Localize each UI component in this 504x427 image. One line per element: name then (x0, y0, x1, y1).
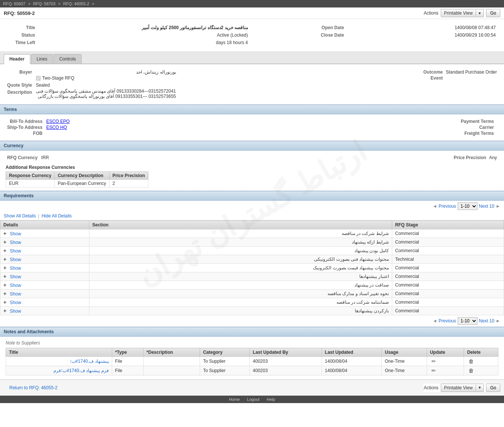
two-stage-checkbox[interactable] (36, 76, 41, 81)
footer-help-link[interactable]: Help (267, 397, 275, 402)
show-link[interactable]: Show (10, 240, 21, 245)
req-stage-cell: Commercial (392, 238, 504, 246)
note-title-link[interactable]: پیشنهاد ف.1740#ب؛ (70, 359, 109, 364)
show-link[interactable]: Show (10, 274, 21, 279)
expand-icon[interactable]: + (3, 239, 9, 245)
show-link[interactable]: Show (10, 248, 21, 254)
title-value: مناقصه خرید 2دستگاه ترانسفورماتور 2500 ک… (37, 24, 249, 31)
expand-icon[interactable]: + (3, 256, 9, 262)
req-pagination-top: ◄ Previous 1-10 Next 10 ► (0, 201, 504, 212)
printable-view-dropdown[interactable]: ▼ (476, 10, 483, 16)
notes-col-type: *Type (112, 348, 143, 356)
show-link[interactable]: Show (10, 309, 21, 314)
page-range-select[interactable]: 1-10 (458, 202, 477, 210)
currency-section-header: Currency (0, 141, 504, 151)
req-col-section: Section (89, 220, 392, 229)
note-delete-cell: 🗑 (464, 356, 498, 366)
update-button[interactable]: ✏ (430, 358, 437, 365)
expand-icon[interactable]: + (3, 265, 9, 271)
footer-home-link[interactable]: Home (229, 397, 240, 402)
bill-to-value[interactable]: ESCO EPO (46, 119, 70, 124)
time-left-value: 4 days 18 hours (37, 39, 249, 46)
note-update-cell: ✏ (427, 356, 464, 366)
status-label: Status (7, 32, 37, 38)
next-icon-bottom: ► (496, 318, 500, 324)
req-section-cell: محتوات پیشنهاد قیمت بصورت الکترونیک (89, 263, 392, 272)
curr-col-response: Response Currency (6, 171, 55, 179)
breadcrumb-rfq-65607[interactable]: RFQ: 65607 (3, 1, 25, 6)
expand-icon[interactable]: + (3, 299, 9, 305)
go-button-top[interactable]: Go (486, 9, 500, 17)
currencies-table: Response Currency Currency Description P… (6, 171, 148, 188)
req-details-cell: + Show (0, 281, 89, 289)
req-details-cell: + Show (0, 289, 89, 298)
table-row: + Show نحوه تغییر اسناد و مدارک مناقصه C… (0, 289, 504, 298)
req-section-cell: شرایط ارائه پیشنهاد (89, 238, 392, 246)
update-button[interactable]: ✏ (430, 367, 437, 374)
tab-lines[interactable]: Lines (31, 54, 53, 64)
footer-logout-link[interactable]: Logout (247, 397, 260, 402)
return-link[interactable]: Return to RFQ: 46055-2 (9, 385, 58, 390)
printable-view-select-label: Printable View (441, 9, 476, 17)
payment-terms-label: Payment Terms (461, 119, 496, 124)
show-link[interactable]: Show (10, 300, 21, 305)
note-updated-by: 400203 (250, 366, 322, 375)
prev-link-bottom[interactable]: Previous (439, 318, 456, 324)
tab-controls[interactable]: Controls (53, 54, 82, 64)
prev-link[interactable]: Previous (439, 204, 456, 209)
show-link[interactable]: Show (10, 291, 21, 297)
expand-icon[interactable]: + (3, 230, 9, 236)
req-stage-cell: Commercial (392, 246, 504, 255)
note-title-link[interactable]: فرم پیشنهاد ف.1740#ب؛فرم (53, 368, 108, 373)
quote-style-label: Quote Style (7, 83, 35, 88)
note-description (143, 366, 200, 375)
expand-icon[interactable]: + (3, 248, 9, 254)
ship-to-value[interactable]: ESCO HQ (46, 125, 67, 130)
fob-value (46, 131, 70, 136)
req-col-stage: RFQ Stage (392, 220, 504, 229)
open-date-label: Open Date (255, 24, 346, 31)
show-link[interactable]: Show (10, 257, 21, 262)
list-item: پیشنهاد ف.1740#ب؛ File To Supplier 40020… (6, 356, 498, 366)
show-link[interactable]: Show (10, 283, 21, 288)
note-title: فرم پیشنهاد ف.1740#ب؛فرم (6, 366, 112, 375)
price-precision-label: Price Precision (454, 155, 489, 160)
tab-header[interactable]: Header (4, 54, 30, 64)
outcome-label: Outcome (423, 69, 445, 75)
show-all-details-link[interactable]: Show All Details (4, 213, 36, 219)
show-link[interactable]: Show (10, 266, 21, 271)
expand-icon[interactable]: + (3, 291, 9, 297)
buyer-section: Buyer بورنوراله زینداش، احد Two-Stage RF… (0, 64, 504, 105)
expand-icon[interactable]: + (3, 308, 9, 314)
next-link-bottom[interactable]: Next 10 (479, 318, 494, 324)
go-button-bottom[interactable]: Go (486, 384, 500, 392)
req-section-cell: محتوات پیشنهاد فنی بصورت الکترونیکی (89, 255, 392, 263)
details-separator: | (38, 213, 39, 219)
table-row: + Show شرایط شرکت در مناقصه Commercial (0, 229, 504, 238)
ship-to-label: Ship-To Address (7, 125, 46, 130)
prev-icon: ◄ (433, 204, 437, 209)
curr-price-precision: 2 (109, 179, 148, 187)
breadcrumb-rfq-58703[interactable]: RFQ: 58703 (33, 1, 55, 6)
expand-icon[interactable]: + (3, 273, 9, 279)
carrier-label: Carrier (461, 125, 496, 130)
note-to-suppliers-label: Note to Suppliers (6, 340, 498, 346)
show-link[interactable]: Show (10, 231, 21, 236)
delete-button[interactable]: 🗑 (467, 358, 475, 365)
bottom-printable-view-dropdown[interactable]: ▼ (476, 384, 483, 391)
delete-button[interactable]: 🗑 (467, 367, 475, 374)
hide-all-details-link[interactable]: Hide All Details (42, 213, 72, 219)
price-precision-value: Any (489, 155, 497, 160)
bill-to-label: Bill-To Address (7, 119, 46, 124)
time-left-label: Time Left (7, 39, 37, 46)
next-link[interactable]: Next 10 (479, 204, 494, 209)
page-range-select-bottom[interactable]: 1-10 (458, 317, 477, 325)
note-updated: 1400/08/04 (322, 366, 381, 375)
req-section-cell: صداقت در پیشنهاد (89, 281, 392, 289)
expand-icon[interactable]: + (3, 282, 9, 288)
req-stage-cell: Commercial (392, 289, 504, 298)
breadcrumb-rfq-46055[interactable]: RFQ: 46055-2 (63, 1, 89, 6)
description-label: Description (7, 89, 35, 99)
req-section-cell: کامل بودن پیشنهاد (89, 246, 392, 255)
notes-section: Note to Suppliers Title *Type *Descripti… (0, 337, 504, 379)
